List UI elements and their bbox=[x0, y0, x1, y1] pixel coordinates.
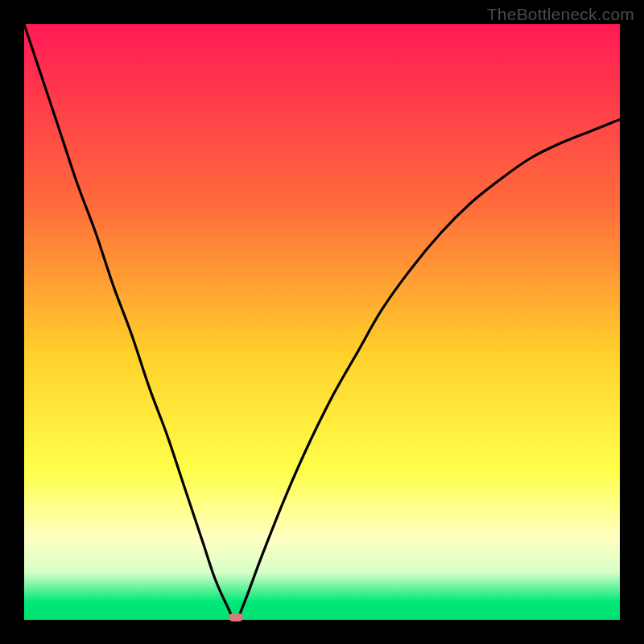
plot-area bbox=[24, 24, 620, 620]
curve-layer bbox=[24, 24, 620, 620]
watermark-text: TheBottleneck.com bbox=[487, 5, 634, 24]
bottleneck-curve bbox=[24, 24, 620, 620]
optimal-marker bbox=[229, 613, 243, 621]
